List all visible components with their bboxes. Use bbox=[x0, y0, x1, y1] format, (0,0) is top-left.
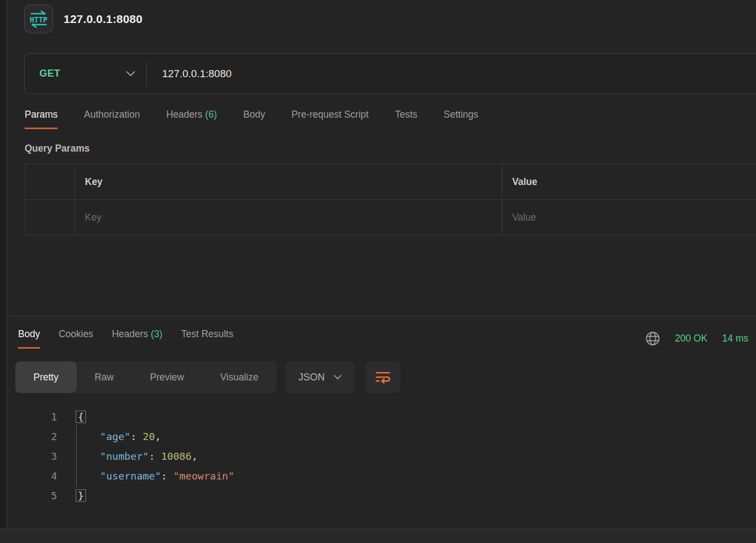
request-header: HTTP 127.0.0.1:8080 bbox=[8, 0, 756, 33]
code-line: 1{ bbox=[33, 407, 756, 427]
tab-body[interactable]: Body bbox=[243, 109, 265, 129]
tab-headers[interactable]: Headers(6) bbox=[166, 109, 217, 129]
request-tab-bar: Params Authorization Headers(6) Body Pre… bbox=[25, 109, 756, 129]
key-column-header: Key bbox=[75, 164, 502, 199]
line-number: 3 bbox=[33, 447, 57, 466]
http-client-window: HTTP 127.0.0.1:8080 GET 127.0.0.1:8080 bbox=[0, 0, 756, 543]
response-view-bar: Pretty Raw Preview Visualize JSON bbox=[15, 361, 756, 393]
globe-icon[interactable] bbox=[645, 331, 660, 346]
svg-text:HTTP: HTTP bbox=[30, 15, 48, 24]
request-title: 127.0.0.1:8080 bbox=[64, 13, 142, 26]
query-params-empty-row: Key Value bbox=[25, 199, 756, 235]
response-pane: Body Cookies Headers(3) Test Results bbox=[8, 316, 756, 528]
url-input[interactable]: 127.0.0.1:8080 bbox=[147, 68, 232, 80]
response-tab-cookies[interactable]: Cookies bbox=[59, 328, 93, 349]
view-visualize-button[interactable]: Visualize bbox=[202, 361, 277, 393]
format-dropdown[interactable]: JSON bbox=[285, 361, 355, 393]
response-time: 14 ms bbox=[722, 333, 748, 344]
url-bar: GET 127.0.0.1:8080 bbox=[24, 53, 756, 94]
view-pretty-button[interactable]: Pretty bbox=[15, 361, 77, 393]
tab-tests[interactable]: Tests bbox=[395, 109, 417, 129]
line-number: 2 bbox=[33, 427, 57, 447]
response-meta: 200 OK 14 ms bbox=[645, 331, 752, 346]
left-panel-edge bbox=[0, 0, 7, 528]
request-pane: HTTP 127.0.0.1:8080 GET 127.0.0.1:8080 bbox=[8, 0, 756, 316]
response-headers-count-badge: (3) bbox=[151, 328, 162, 339]
http-request-icon: HTTP bbox=[24, 4, 53, 33]
row-select-cell[interactable] bbox=[25, 200, 75, 235]
response-tab-body[interactable]: Body bbox=[18, 328, 40, 349]
code-line: 2 "age": 20, bbox=[33, 427, 756, 447]
response-body-editor[interactable]: 1{ 2 "age": 20, 3 "number": 10086, 4 "us… bbox=[33, 407, 756, 506]
view-raw-button[interactable]: Raw bbox=[77, 361, 132, 393]
query-params-header-row: Key Value bbox=[25, 164, 756, 199]
chevron-down-icon bbox=[334, 374, 342, 380]
value-input[interactable]: Value bbox=[502, 200, 756, 235]
line-number: 5 bbox=[33, 486, 57, 506]
method-dropdown[interactable]: GET bbox=[25, 68, 146, 79]
line-number: 1 bbox=[33, 407, 57, 427]
status-bar bbox=[0, 529, 756, 543]
code-line: 4 "username": "meowrain" bbox=[33, 466, 756, 486]
tab-authorization[interactable]: Authorization bbox=[84, 109, 140, 129]
response-tab-test-results[interactable]: Test Results bbox=[181, 328, 233, 349]
response-tab-headers[interactable]: Headers(3) bbox=[112, 328, 163, 349]
wrap-lines-button[interactable] bbox=[365, 361, 400, 393]
tab-pre-request-script[interactable]: Pre-request Script bbox=[291, 109, 369, 129]
format-label: JSON bbox=[299, 372, 325, 383]
line-number: 4 bbox=[33, 466, 57, 486]
code-line: 3 "number": 10086, bbox=[33, 447, 756, 466]
code-line: 5} bbox=[33, 486, 756, 506]
value-column-header: Value bbox=[502, 164, 756, 199]
view-segmented-control: Pretty Raw Preview Visualize bbox=[15, 361, 277, 393]
response-tab-bar: Body Cookies Headers(3) Test Results bbox=[8, 316, 756, 349]
chevron-down-icon bbox=[126, 71, 135, 77]
headers-count-badge: (6) bbox=[205, 109, 217, 120]
wrap-lines-icon bbox=[375, 370, 391, 384]
view-preview-button[interactable]: Preview bbox=[132, 361, 202, 393]
query-params-table: Key Value Key Value bbox=[25, 164, 756, 235]
status-badge: 200 OK bbox=[675, 333, 707, 344]
tab-settings[interactable]: Settings bbox=[444, 109, 478, 129]
tab-params[interactable]: Params bbox=[25, 109, 58, 129]
query-params-heading: Query Params bbox=[25, 143, 756, 154]
indent-guide-line bbox=[76, 424, 77, 488]
row-select-header-cell bbox=[25, 164, 75, 199]
key-input[interactable]: Key bbox=[75, 200, 502, 235]
method-label: GET bbox=[39, 68, 60, 79]
